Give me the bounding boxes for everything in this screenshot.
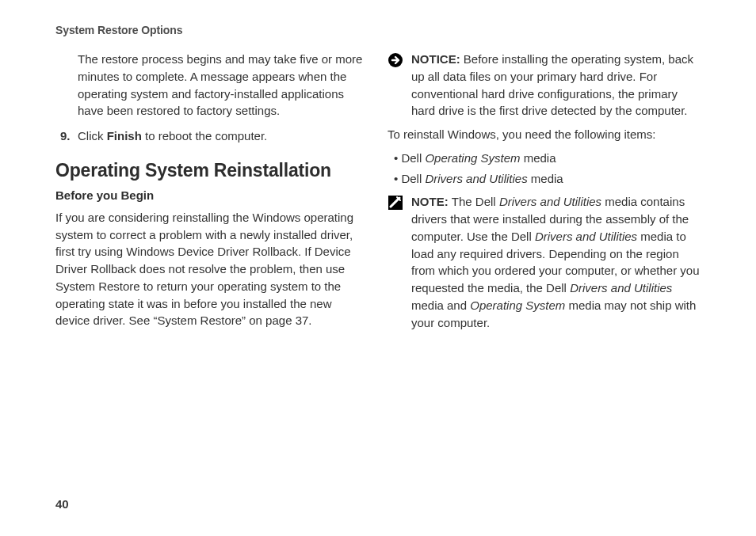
restore-process-paragraph: The restore process begins and may take … xyxy=(55,51,368,120)
step-9-prefix: Click xyxy=(78,129,107,143)
note-body: NOTE: The Dell Drivers and Utilities med… xyxy=(411,193,701,331)
list-item: Dell Operating System media xyxy=(403,150,701,167)
bullet2-pre: Dell xyxy=(401,172,425,185)
page-header: System Restore Options xyxy=(55,24,701,36)
step-9-suffix: to reboot the computer. xyxy=(142,129,267,143)
reinstall-intro: To reinstall Windows, you need the follo… xyxy=(388,126,701,143)
page-number: 40 xyxy=(55,497,69,511)
content-columns: The restore process begins and may take … xyxy=(55,51,701,337)
note-1: The Dell xyxy=(452,195,499,208)
notice-body: NOTICE: Before installing the operating … xyxy=(411,51,701,120)
note-callout: NOTE: The Dell Drivers and Utilities med… xyxy=(388,193,701,331)
before-you-begin-subheading: Before you Begin xyxy=(55,187,368,204)
notice-icon xyxy=(388,52,403,68)
bullet1-pre: Dell xyxy=(401,151,425,165)
note-it4: Operating System xyxy=(470,298,565,312)
step-9-number: 9. xyxy=(60,127,78,145)
right-column: NOTICE: Before installing the operating … xyxy=(388,51,701,337)
required-items-list: Dell Operating System media Dell Drivers… xyxy=(388,150,701,188)
note-4: media and xyxy=(411,298,470,312)
os-reinstallation-heading: Operating System Reinstallation xyxy=(55,158,368,184)
bullet1-post: media xyxy=(521,151,556,165)
note-it1: Drivers and Utilities xyxy=(499,195,601,208)
note-label: NOTE: xyxy=(411,195,452,208)
list-item: Dell Drivers and Utilities media xyxy=(403,170,701,188)
before-you-begin-paragraph: If you are considering reinstalling the … xyxy=(55,209,368,329)
note-it3: Drivers and Utilities xyxy=(570,281,672,295)
bullet1-italic: Operating System xyxy=(425,151,520,165)
step-9-text: Click Finish to reboot the computer. xyxy=(78,127,267,145)
step-9: 9. Click Finish to reboot the computer. xyxy=(55,127,368,145)
left-column: The restore process begins and may take … xyxy=(55,51,368,337)
finish-label: Finish xyxy=(107,129,142,143)
bullet2-italic: Drivers and Utilities xyxy=(425,172,527,185)
note-it2: Drivers and Utilities xyxy=(535,230,637,243)
note-icon xyxy=(388,195,403,211)
bullet2-post: media xyxy=(528,172,563,185)
notice-callout: NOTICE: Before installing the operating … xyxy=(388,51,701,120)
notice-label: NOTICE: xyxy=(411,52,464,66)
